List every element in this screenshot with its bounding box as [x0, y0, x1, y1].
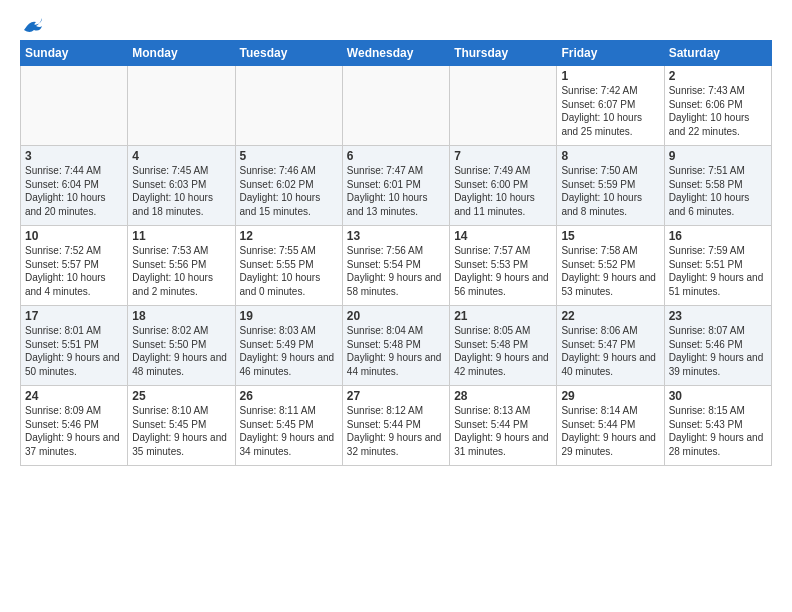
day-info: Sunrise: 7:58 AM Sunset: 5:52 PM Dayligh… [561, 244, 659, 298]
calendar-cell: 10Sunrise: 7:52 AM Sunset: 5:57 PM Dayli… [21, 226, 128, 306]
day-number: 24 [25, 389, 123, 403]
day-number: 26 [240, 389, 338, 403]
week-row-2: 3Sunrise: 7:44 AM Sunset: 6:04 PM Daylig… [21, 146, 772, 226]
day-number: 14 [454, 229, 552, 243]
page: SundayMondayTuesdayWednesdayThursdayFrid… [0, 0, 792, 476]
calendar-cell [128, 66, 235, 146]
week-row-5: 24Sunrise: 8:09 AM Sunset: 5:46 PM Dayli… [21, 386, 772, 466]
calendar-cell: 2Sunrise: 7:43 AM Sunset: 6:06 PM Daylig… [664, 66, 771, 146]
day-number: 4 [132, 149, 230, 163]
calendar-cell: 16Sunrise: 7:59 AM Sunset: 5:51 PM Dayli… [664, 226, 771, 306]
day-info: Sunrise: 7:52 AM Sunset: 5:57 PM Dayligh… [25, 244, 123, 298]
calendar-cell: 29Sunrise: 8:14 AM Sunset: 5:44 PM Dayli… [557, 386, 664, 466]
day-number: 30 [669, 389, 767, 403]
col-header-friday: Friday [557, 41, 664, 66]
calendar-cell: 3Sunrise: 7:44 AM Sunset: 6:04 PM Daylig… [21, 146, 128, 226]
day-info: Sunrise: 8:12 AM Sunset: 5:44 PM Dayligh… [347, 404, 445, 458]
calendar-cell: 17Sunrise: 8:01 AM Sunset: 5:51 PM Dayli… [21, 306, 128, 386]
day-info: Sunrise: 7:42 AM Sunset: 6:07 PM Dayligh… [561, 84, 659, 138]
logo-bird-icon [22, 16, 44, 34]
day-info: Sunrise: 8:06 AM Sunset: 5:47 PM Dayligh… [561, 324, 659, 378]
day-number: 23 [669, 309, 767, 323]
header-row: SundayMondayTuesdayWednesdayThursdayFrid… [21, 41, 772, 66]
header [20, 16, 772, 34]
calendar-cell [450, 66, 557, 146]
calendar-cell: 15Sunrise: 7:58 AM Sunset: 5:52 PM Dayli… [557, 226, 664, 306]
day-info: Sunrise: 8:13 AM Sunset: 5:44 PM Dayligh… [454, 404, 552, 458]
day-number: 12 [240, 229, 338, 243]
day-number: 20 [347, 309, 445, 323]
day-number: 27 [347, 389, 445, 403]
calendar-cell [21, 66, 128, 146]
week-row-1: 1Sunrise: 7:42 AM Sunset: 6:07 PM Daylig… [21, 66, 772, 146]
day-number: 25 [132, 389, 230, 403]
calendar-cell: 14Sunrise: 7:57 AM Sunset: 5:53 PM Dayli… [450, 226, 557, 306]
week-row-4: 17Sunrise: 8:01 AM Sunset: 5:51 PM Dayli… [21, 306, 772, 386]
calendar-cell: 23Sunrise: 8:07 AM Sunset: 5:46 PM Dayli… [664, 306, 771, 386]
day-info: Sunrise: 8:09 AM Sunset: 5:46 PM Dayligh… [25, 404, 123, 458]
calendar-cell [235, 66, 342, 146]
calendar-cell: 13Sunrise: 7:56 AM Sunset: 5:54 PM Dayli… [342, 226, 449, 306]
calendar-cell: 19Sunrise: 8:03 AM Sunset: 5:49 PM Dayli… [235, 306, 342, 386]
day-info: Sunrise: 7:57 AM Sunset: 5:53 PM Dayligh… [454, 244, 552, 298]
day-info: Sunrise: 8:04 AM Sunset: 5:48 PM Dayligh… [347, 324, 445, 378]
calendar-cell: 21Sunrise: 8:05 AM Sunset: 5:48 PM Dayli… [450, 306, 557, 386]
day-info: Sunrise: 8:02 AM Sunset: 5:50 PM Dayligh… [132, 324, 230, 378]
calendar-cell: 7Sunrise: 7:49 AM Sunset: 6:00 PM Daylig… [450, 146, 557, 226]
calendar-cell: 1Sunrise: 7:42 AM Sunset: 6:07 PM Daylig… [557, 66, 664, 146]
day-info: Sunrise: 7:45 AM Sunset: 6:03 PM Dayligh… [132, 164, 230, 218]
calendar-cell: 9Sunrise: 7:51 AM Sunset: 5:58 PM Daylig… [664, 146, 771, 226]
calendar-cell: 8Sunrise: 7:50 AM Sunset: 5:59 PM Daylig… [557, 146, 664, 226]
day-number: 5 [240, 149, 338, 163]
day-info: Sunrise: 8:01 AM Sunset: 5:51 PM Dayligh… [25, 324, 123, 378]
day-number: 28 [454, 389, 552, 403]
week-row-3: 10Sunrise: 7:52 AM Sunset: 5:57 PM Dayli… [21, 226, 772, 306]
day-info: Sunrise: 7:55 AM Sunset: 5:55 PM Dayligh… [240, 244, 338, 298]
calendar-cell: 12Sunrise: 7:55 AM Sunset: 5:55 PM Dayli… [235, 226, 342, 306]
day-info: Sunrise: 7:49 AM Sunset: 6:00 PM Dayligh… [454, 164, 552, 218]
calendar-table: SundayMondayTuesdayWednesdayThursdayFrid… [20, 40, 772, 466]
col-header-wednesday: Wednesday [342, 41, 449, 66]
calendar-cell: 20Sunrise: 8:04 AM Sunset: 5:48 PM Dayli… [342, 306, 449, 386]
day-number: 8 [561, 149, 659, 163]
logo [20, 16, 44, 34]
day-number: 19 [240, 309, 338, 323]
day-number: 9 [669, 149, 767, 163]
day-info: Sunrise: 7:43 AM Sunset: 6:06 PM Dayligh… [669, 84, 767, 138]
col-header-saturday: Saturday [664, 41, 771, 66]
day-number: 10 [25, 229, 123, 243]
day-info: Sunrise: 7:44 AM Sunset: 6:04 PM Dayligh… [25, 164, 123, 218]
day-info: Sunrise: 8:03 AM Sunset: 5:49 PM Dayligh… [240, 324, 338, 378]
day-info: Sunrise: 7:47 AM Sunset: 6:01 PM Dayligh… [347, 164, 445, 218]
calendar-cell: 18Sunrise: 8:02 AM Sunset: 5:50 PM Dayli… [128, 306, 235, 386]
day-info: Sunrise: 7:51 AM Sunset: 5:58 PM Dayligh… [669, 164, 767, 218]
calendar-cell [342, 66, 449, 146]
day-number: 29 [561, 389, 659, 403]
day-info: Sunrise: 7:53 AM Sunset: 5:56 PM Dayligh… [132, 244, 230, 298]
day-info: Sunrise: 8:07 AM Sunset: 5:46 PM Dayligh… [669, 324, 767, 378]
calendar-cell: 11Sunrise: 7:53 AM Sunset: 5:56 PM Dayli… [128, 226, 235, 306]
day-number: 13 [347, 229, 445, 243]
day-number: 1 [561, 69, 659, 83]
day-number: 22 [561, 309, 659, 323]
day-number: 18 [132, 309, 230, 323]
day-info: Sunrise: 8:05 AM Sunset: 5:48 PM Dayligh… [454, 324, 552, 378]
day-info: Sunrise: 8:14 AM Sunset: 5:44 PM Dayligh… [561, 404, 659, 458]
calendar-cell: 30Sunrise: 8:15 AM Sunset: 5:43 PM Dayli… [664, 386, 771, 466]
col-header-monday: Monday [128, 41, 235, 66]
calendar-cell: 24Sunrise: 8:09 AM Sunset: 5:46 PM Dayli… [21, 386, 128, 466]
calendar-cell: 25Sunrise: 8:10 AM Sunset: 5:45 PM Dayli… [128, 386, 235, 466]
day-info: Sunrise: 7:59 AM Sunset: 5:51 PM Dayligh… [669, 244, 767, 298]
col-header-sunday: Sunday [21, 41, 128, 66]
day-number: 3 [25, 149, 123, 163]
day-info: Sunrise: 8:10 AM Sunset: 5:45 PM Dayligh… [132, 404, 230, 458]
day-info: Sunrise: 7:46 AM Sunset: 6:02 PM Dayligh… [240, 164, 338, 218]
day-number: 17 [25, 309, 123, 323]
day-info: Sunrise: 8:15 AM Sunset: 5:43 PM Dayligh… [669, 404, 767, 458]
day-number: 15 [561, 229, 659, 243]
calendar-cell: 28Sunrise: 8:13 AM Sunset: 5:44 PM Dayli… [450, 386, 557, 466]
calendar-cell: 26Sunrise: 8:11 AM Sunset: 5:45 PM Dayli… [235, 386, 342, 466]
day-info: Sunrise: 7:56 AM Sunset: 5:54 PM Dayligh… [347, 244, 445, 298]
day-info: Sunrise: 7:50 AM Sunset: 5:59 PM Dayligh… [561, 164, 659, 218]
day-number: 21 [454, 309, 552, 323]
